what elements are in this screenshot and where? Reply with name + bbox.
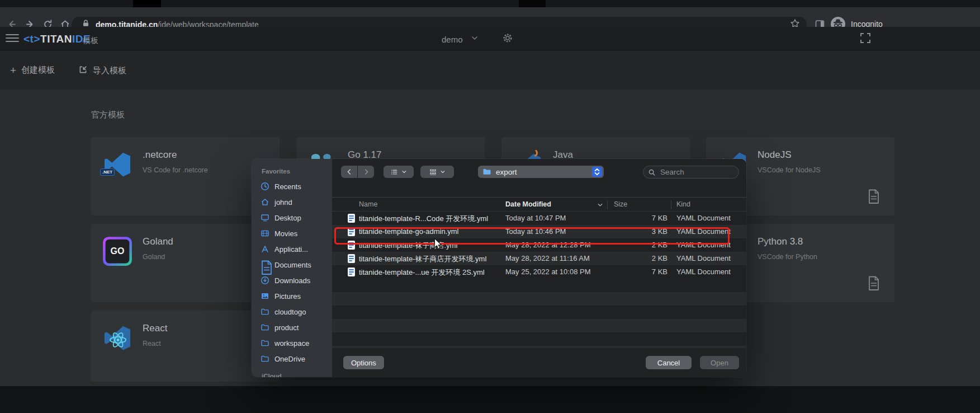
folder-icon <box>482 167 491 176</box>
file-name: titanide-template-go-admin.yml <box>359 227 458 236</box>
stepper-icon[interactable] <box>592 167 602 177</box>
dialog-footer: Options Cancel Open <box>332 348 746 377</box>
column-name[interactable]: Name <box>359 200 377 208</box>
sidebar-item[interactable]: cloudtogo <box>252 306 332 318</box>
file-name: titanide-template-...ue 开发环境 2S.yml <box>359 267 485 278</box>
file-row[interactable]: titanide-template-...ue 开发环境 2S.yml May … <box>332 265 746 279</box>
document-icon[interactable] <box>868 276 880 291</box>
file-date: May 28, 2022 at 12:28 PM <box>505 241 590 249</box>
file-size: 7 KB <box>612 267 667 276</box>
sidebar-item[interactable]: Downloads <box>252 274 332 287</box>
column-kind[interactable]: Kind <box>676 200 690 208</box>
file-kind: YAML Document <box>676 254 731 262</box>
list-view-dropdown[interactable] <box>384 166 414 178</box>
search-input[interactable] <box>659 167 726 177</box>
download-icon <box>261 276 270 285</box>
cancel-button[interactable]: Cancel <box>646 356 692 369</box>
empty-rows-stripes <box>332 279 746 348</box>
file-name: titanide-template-R...Code 开发环境.yml <box>359 214 488 224</box>
workspace-selector[interactable]: demo <box>442 31 479 47</box>
create-template-label: 创建模板 <box>21 65 55 76</box>
section-title: 官方模板 <box>91 110 125 120</box>
file-date: May 25, 2022 at 10:08 PM <box>505 267 590 276</box>
file-open-dialog: Favorites Recents johnd Desktop Movies <box>252 159 746 377</box>
file-row[interactable]: titanide-template-go-admin.yml Today at … <box>332 225 746 238</box>
card-title: Python 3.8 <box>758 236 803 247</box>
clock-icon <box>261 182 270 191</box>
file-date: May 28, 2022 at 11:16 AM <box>505 254 590 262</box>
browser-tab[interactable] <box>519 0 546 7</box>
card-subtitle: VSCode for Python <box>758 253 817 261</box>
icon-badge: .NET <box>100 168 115 176</box>
sidebar-item[interactable]: OneDrive <box>252 353 332 365</box>
settings-gear-icon[interactable] <box>502 32 514 45</box>
file-name: titanide-template-袜子商店开发环境.yml <box>359 254 486 264</box>
react-icon <box>102 323 132 353</box>
image-icon <box>261 292 270 301</box>
template-action-bar <box>0 50 980 90</box>
fullscreen-icon[interactable] <box>859 32 872 44</box>
file-size: 2 KB <box>612 254 667 262</box>
yaml-file-icon <box>348 254 355 263</box>
yaml-file-icon <box>348 214 355 223</box>
file-size: 2 KB <box>612 241 667 249</box>
sort-chevron-icon <box>597 202 603 210</box>
document-icon[interactable] <box>868 189 880 204</box>
file-kind: YAML Document <box>676 267 731 276</box>
app-header <box>0 27 980 50</box>
group-view-icon <box>429 168 437 176</box>
open-button[interactable]: Open <box>700 356 739 369</box>
import-template-button[interactable]: 导入模板 <box>78 65 126 76</box>
location-label: export <box>496 168 517 176</box>
list-view-icon <box>390 168 399 176</box>
app-logo[interactable]: <t>TITANIDE <box>23 33 91 45</box>
screen: demo.titanide.cn/ide/web/workspace/templ… <box>0 0 980 413</box>
favorites-heading: Favorites <box>252 168 332 175</box>
file-kind: YAML Document <box>676 214 731 222</box>
menu-icon[interactable] <box>6 34 19 43</box>
file-row[interactable]: titanide-template-袜子商店开发环境.yml May 28, 2… <box>332 252 746 265</box>
forward-button[interactable] <box>358 166 374 178</box>
page-footer <box>0 386 980 413</box>
location-dropdown[interactable]: export <box>478 166 604 178</box>
chevron-down-icon <box>401 169 407 175</box>
card-title: React <box>143 323 167 334</box>
sidebar-item[interactable]: Movies <box>252 227 332 240</box>
file-name: titanide-template-袜子商店.yml <box>359 241 457 251</box>
browser-toolbar: demo.titanide.cn/ide/web/workspace/templ… <box>0 7 980 27</box>
home-icon <box>261 198 270 207</box>
sidebar-item[interactable]: product <box>252 321 332 334</box>
sidebar-item[interactable]: Pictures <box>252 290 332 302</box>
chevron-down-icon <box>471 34 479 44</box>
sidebar-item[interactable]: Documents <box>252 259 332 271</box>
group-view-dropdown[interactable] <box>420 166 454 178</box>
create-template-button[interactable]: + 创建模板 <box>10 65 55 76</box>
browser-tab-strip <box>0 0 980 7</box>
search-icon <box>648 168 656 176</box>
options-button[interactable]: Options <box>343 356 384 369</box>
yaml-file-icon <box>348 227 355 236</box>
back-button[interactable] <box>341 166 357 178</box>
file-row[interactable]: titanide-template-袜子商店.yml May 28, 2022 … <box>332 238 746 252</box>
sidebar-item[interactable]: Recents <box>252 180 332 193</box>
search-field[interactable] <box>643 166 739 179</box>
card-title: Goland <box>143 236 173 247</box>
file-row[interactable]: titanide-template-R...Code 开发环境.yml Toda… <box>332 212 746 225</box>
column-date-modified[interactable]: Date Modified <box>505 200 551 208</box>
sidebar-item[interactable]: Applicati... <box>252 243 332 255</box>
column-size[interactable]: Size <box>614 200 627 208</box>
sidebar-item[interactable]: workspace <box>252 337 332 349</box>
icon-badge: GO <box>102 236 132 266</box>
file-kind: YAML Document <box>676 241 731 249</box>
folder-icon <box>261 354 270 364</box>
column-headers: Name Date Modified Size Kind <box>332 197 746 212</box>
applications-icon <box>261 245 270 254</box>
dialog-main: export Name Date Modified Size Kind <box>332 159 746 377</box>
import-template-label: 导入模板 <box>93 65 126 76</box>
sidebar-item[interactable]: johnd <box>252 196 332 208</box>
card-title: .netcore <box>143 149 177 161</box>
desktop-icon <box>261 213 270 223</box>
browser-tab[interactable] <box>133 0 161 7</box>
sidebar-item[interactable]: Desktop <box>252 212 332 224</box>
chevron-down-icon <box>440 169 446 175</box>
